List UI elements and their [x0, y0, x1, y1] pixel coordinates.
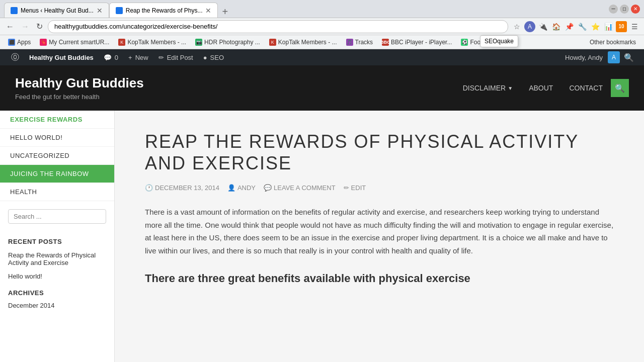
bookmark-star-icon[interactable]: ☆ — [511, 21, 522, 32]
forward-button[interactable]: → — [19, 21, 31, 32]
tab-close-2[interactable]: ✕ — [205, 7, 211, 14]
menu-button[interactable]: ☰ — [629, 21, 640, 32]
browser-tabs: Menus ‹ Healthy Gut Bud... ✕ Reap the Re… — [4, 0, 605, 18]
bookmark-apps[interactable]: ⬛ Apps — [4, 38, 35, 47]
browser-tab-1[interactable]: Menus ‹ Healthy Gut Bud... ✕ — [4, 3, 109, 18]
back-button[interactable]: ← — [4, 21, 16, 32]
address-icons: ☆ A 🔌 🏠 📌 🔧 ⭐ 📊 10 ☰ — [511, 21, 640, 32]
comment-bubble-icon: 💬 — [264, 184, 272, 192]
recent-post-2[interactable]: Hello world! — [0, 269, 114, 283]
user-avatar[interactable]: A — [608, 51, 620, 63]
edit-icon: ✏ — [158, 54, 164, 61]
sidebar-search-input[interactable] — [8, 209, 106, 224]
tracks-icon: 🎵 — [346, 39, 353, 46]
smartur-icon: 🔖 — [40, 39, 47, 46]
archives-title: ARCHIVES — [0, 283, 114, 300]
wp-comments[interactable]: 💬 0 — [99, 49, 123, 65]
hdr-icon: 📷 — [195, 39, 202, 46]
post-edit[interactable]: ✏ EDIT — [344, 184, 366, 192]
seo-icon: ● — [203, 54, 207, 61]
site-search-button[interactable]: 🔍 — [611, 79, 629, 97]
recent-post-1[interactable]: Reap the Rewards of Physical Activity an… — [0, 248, 114, 269]
sidebar-item-uncategorized[interactable]: UNCATEGORIZED — [0, 147, 114, 165]
wp-admin-right: Howdy, Andy A 🔍 — [560, 51, 638, 63]
extension-icon-1[interactable]: 🔌 — [537, 21, 548, 32]
tab-title-2: Reap the Rewards of Phys... — [126, 7, 203, 14]
recent-posts-title: RECENT POSTS — [0, 232, 114, 248]
bookmark-koptalk1-label: KopTalk Members - ... — [127, 39, 186, 46]
site-nav: DISCLAIMER ▼ ABOUT CONTACT 🔍 — [455, 79, 629, 97]
extension-icon-6[interactable]: 📊 — [603, 21, 614, 32]
tab-favicon-1 — [11, 7, 18, 14]
site-title-area: Healthy Gut Buddies Feed the gut for bet… — [15, 75, 455, 101]
browser-titlebar: Menus ‹ Healthy Gut Bud... ✕ Reap the Re… — [0, 0, 644, 18]
wp-new[interactable]: + New — [123, 49, 153, 65]
koptalk1-icon: K — [118, 39, 125, 46]
post-date: 🕐 DECEMBER 13, 2014 — [145, 184, 219, 192]
other-bookmarks[interactable]: Other bookmarks — [586, 38, 640, 47]
tab-favicon-2 — [116, 7, 123, 14]
wp-search-icon[interactable]: 🔍 — [620, 53, 638, 62]
new-tab-button[interactable]: + — [222, 6, 228, 18]
author-icon: 👤 — [227, 184, 235, 192]
maximize-button[interactable]: □ — [620, 5, 629, 14]
comment-icon: 💬 — [104, 54, 112, 61]
site-tagline: Feed the gut for better health — [15, 93, 455, 101]
bookmark-smartur[interactable]: 🔖 My Current smartUR... — [36, 38, 113, 47]
extension-icon-4[interactable]: 🔧 — [577, 21, 588, 32]
nav-contact[interactable]: CONTACT — [561, 80, 611, 96]
profile-icon[interactable]: A — [524, 21, 535, 32]
nav-about[interactable]: ABOUT — [521, 80, 561, 96]
site-title[interactable]: Healthy Gut Buddies — [15, 75, 455, 91]
post-meta: 🕐 DECEMBER 13, 2014 👤 ANDY 💬 LEAVE A COM… — [145, 184, 614, 192]
wp-site-name[interactable]: Healthy Gut Buddies — [24, 49, 99, 65]
bbc-icon: BBC — [382, 39, 389, 46]
sidebar: EXERCISE REWARDS HELLO WORLD! UNCATEGORI… — [0, 111, 115, 362]
other-bookmarks-label: Other bookmarks — [590, 39, 636, 46]
wp-logo-icon: ⓪ — [11, 52, 19, 63]
post-subheading: There are three great benefits available… — [145, 271, 614, 287]
koptalk2-icon: K — [269, 39, 276, 46]
bookmark-koptalk2[interactable]: K KopTalk Members - ... — [265, 38, 341, 47]
bookmark-hdr-label: HDR Photography ... — [204, 39, 260, 46]
nav-disclaimer[interactable]: DISCLAIMER ▼ — [455, 80, 521, 96]
sidebar-search-area — [0, 201, 114, 232]
wp-admin-bar: ⓪ Healthy Gut Buddies 💬 0 + New ✏ Edit P… — [0, 49, 644, 65]
wp-seo[interactable]: ● SEO — [198, 49, 229, 65]
close-button[interactable]: ✕ — [631, 5, 640, 14]
post-author: 👤 ANDY — [227, 184, 256, 192]
post-comments[interactable]: 💬 LEAVE A COMMENT — [264, 184, 336, 192]
browser-tab-2[interactable]: Reap the Rewards of Phys... ✕ — [109, 3, 218, 18]
sidebar-item-juicing[interactable]: JUICING THE RAINBOW — [0, 165, 114, 183]
sidebar-item-health[interactable]: HEALTH — [0, 183, 114, 201]
archive-dec-2014[interactable]: December 2014 — [0, 300, 114, 311]
minimize-button[interactable]: ─ — [609, 5, 618, 14]
bookmark-hdr[interactable]: 📷 HDR Photography ... — [191, 38, 264, 47]
extension-icon-5[interactable]: ⭐ — [590, 21, 601, 32]
bookmark-tracks-label: Tracks — [355, 39, 373, 46]
extension-icon-7[interactable]: 10 — [616, 21, 627, 32]
pencil-icon: ✏ — [344, 184, 349, 192]
calendar-icon: 🕐 — [145, 184, 153, 192]
wp-logo-item[interactable]: ⓪ — [6, 49, 24, 65]
main-layout: EXERCISE REWARDS HELLO WORLD! UNCATEGORI… — [0, 111, 644, 362]
bookmark-bbc[interactable]: BBC BBC iPlayer - iPlayer... — [378, 38, 456, 47]
howdy-text: Howdy, Andy — [560, 54, 608, 61]
bookmark-koptalk1[interactable]: K KopTalk Members - ... — [114, 38, 190, 47]
address-input[interactable] — [48, 20, 508, 33]
content-area: REAP THE REWARDS OF PHYSICAL ACTIVITY AN… — [115, 111, 644, 362]
tab-close-1[interactable]: ✕ — [97, 7, 103, 14]
bookmark-tracks[interactable]: 🎵 Tracks — [342, 38, 377, 47]
sidebar-item-exercise-rewards[interactable]: EXERCISE REWARDS — [0, 111, 114, 129]
apps-icon: ⬛ — [8, 39, 15, 46]
extension-icon-3[interactable]: 📌 — [564, 21, 575, 32]
bookmark-bbc-label: BBC iPlayer - iPlayer... — [391, 39, 452, 46]
sidebar-item-hello-world[interactable]: HELLO WORLD! — [0, 129, 114, 147]
sidebar-menu: EXERCISE REWARDS HELLO WORLD! UNCATEGORI… — [0, 111, 114, 201]
reload-button[interactable]: ↻ — [34, 21, 45, 32]
wp-edit-post[interactable]: ✏ Edit Post — [153, 49, 198, 65]
address-bar: ← → ↻ ☆ A 🔌 🏠 📌 🔧 ⭐ 📊 10 ☰ — [0, 18, 644, 35]
extension-icon-2[interactable]: 🏠 — [550, 21, 561, 32]
bookmark-apps-label: Apps — [17, 39, 31, 46]
tab-title-1: Menus ‹ Healthy Gut Bud... — [21, 7, 94, 14]
